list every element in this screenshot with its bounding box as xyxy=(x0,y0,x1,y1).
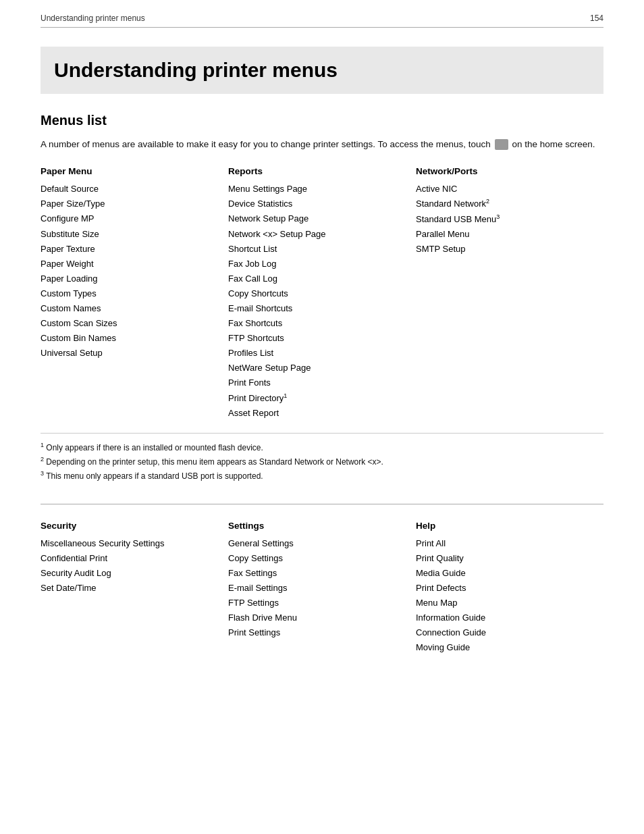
list-item: Standard USB Menu3 xyxy=(416,212,590,227)
settings-header: Settings xyxy=(228,521,402,531)
list-item: Print Directory1 xyxy=(228,391,402,406)
footnote-3: 3 This menu only appears if a standard U… xyxy=(41,469,603,483)
list-item: NetWare Setup Page xyxy=(228,361,402,375)
help-column: Help Print All Print Quality Media Guide… xyxy=(416,521,603,656)
list-item: Profiles List xyxy=(228,346,402,361)
list-item: Moving Guide xyxy=(416,640,590,655)
reports-column: Reports Menu Settings Page Device Statis… xyxy=(228,166,416,421)
chapter-title: Understanding printer menus xyxy=(54,59,590,82)
list-item: Default Source xyxy=(41,182,215,197)
footnote-2: 2 Depending on the printer setup, this m… xyxy=(41,454,603,469)
list-item: Media Guide xyxy=(416,566,590,581)
list-item: Device Statistics xyxy=(228,197,402,211)
list-item: Custom Bin Names xyxy=(41,331,215,346)
header-title: Understanding printer menus xyxy=(41,14,145,23)
footnotes-section: 1 Only appears if there is an installed … xyxy=(41,433,603,484)
network-ports-column: Network/Ports Active NIC Standard Networ… xyxy=(416,166,603,421)
list-item: Confidential Print xyxy=(41,551,215,566)
section-divider xyxy=(41,504,603,504)
security-column: Security Miscellaneous Security Settings… xyxy=(41,521,228,656)
first-menus-grid: Paper Menu Default Source Paper Size/Typ… xyxy=(41,166,603,421)
header-page-num: 154 xyxy=(590,14,603,23)
list-item: Custom Names xyxy=(41,301,215,316)
list-item: Flash Drive Menu xyxy=(228,610,402,625)
footnote-1: 1 Only appears if there is an installed … xyxy=(41,440,603,454)
paper-menu-header: Paper Menu xyxy=(41,166,215,176)
list-item: Fax Job Log xyxy=(228,257,402,271)
intro-text: A number of menus are available to make … xyxy=(41,138,603,151)
list-item: Standard Network2 xyxy=(416,197,590,211)
list-item: General Settings xyxy=(228,536,402,551)
second-menus-grid: Security Miscellaneous Security Settings… xyxy=(41,521,603,656)
list-item: Fax Call Log xyxy=(228,271,402,286)
list-item: Active NIC xyxy=(416,182,590,197)
list-item: Miscellaneous Security Settings xyxy=(41,536,215,551)
list-item: Print Fonts xyxy=(228,375,402,390)
list-item: Menu Map xyxy=(416,596,590,610)
list-item: E-mail Settings xyxy=(228,581,402,596)
help-header: Help xyxy=(416,521,590,531)
network-ports-header: Network/Ports xyxy=(416,166,590,176)
list-item: Copy Shortcuts xyxy=(228,286,402,301)
list-item: Print All xyxy=(416,536,590,551)
list-item: Asset Report xyxy=(228,406,402,421)
list-item: Custom Scan Sizes xyxy=(41,316,215,331)
list-item: Network Setup Page xyxy=(228,211,402,226)
chapter-title-box: Understanding printer menus xyxy=(41,47,603,94)
security-header: Security xyxy=(41,521,215,531)
list-item: Custom Types xyxy=(41,286,215,301)
list-item: E-mail Shortcuts xyxy=(228,301,402,316)
list-item: Universal Setup xyxy=(41,346,215,361)
reports-header: Reports xyxy=(228,166,402,176)
list-item: Connection Guide xyxy=(416,625,590,640)
paper-menu-column: Paper Menu Default Source Paper Size/Typ… xyxy=(41,166,228,421)
page-container: Understanding printer menus 154 Understa… xyxy=(0,0,644,834)
list-item: SMTP Setup xyxy=(416,242,590,257)
list-item: Set Date/Time xyxy=(41,581,215,596)
section-title-menus-list: Menus list xyxy=(41,113,603,128)
list-item: Network <x> Setup Page xyxy=(228,227,402,242)
list-item: Fax Settings xyxy=(228,566,402,581)
list-item: FTP Shortcuts xyxy=(228,331,402,346)
settings-column: Settings General Settings Copy Settings … xyxy=(228,521,416,656)
list-item: Substitute Size xyxy=(41,227,215,242)
list-item: Fax Shortcuts xyxy=(228,316,402,331)
list-item: Configure MP xyxy=(41,211,215,226)
list-item: Parallel Menu xyxy=(416,227,590,242)
list-item: Shortcut List xyxy=(228,242,402,257)
list-item: Security Audit Log xyxy=(41,566,215,581)
list-item: Paper Weight xyxy=(41,257,215,271)
list-item: Paper Size/Type xyxy=(41,197,215,211)
list-item: Print Defects xyxy=(416,581,590,596)
list-item: Menu Settings Page xyxy=(228,182,402,197)
header-bar: Understanding printer menus 154 xyxy=(41,14,603,28)
list-item: FTP Settings xyxy=(228,596,402,610)
list-item: Print Quality xyxy=(416,551,590,566)
list-item: Copy Settings xyxy=(228,551,402,566)
list-item: Paper Texture xyxy=(41,242,215,257)
menu-icon xyxy=(495,139,508,150)
list-item: Information Guide xyxy=(416,610,590,625)
list-item: Print Settings xyxy=(228,625,402,640)
list-item: Paper Loading xyxy=(41,271,215,286)
